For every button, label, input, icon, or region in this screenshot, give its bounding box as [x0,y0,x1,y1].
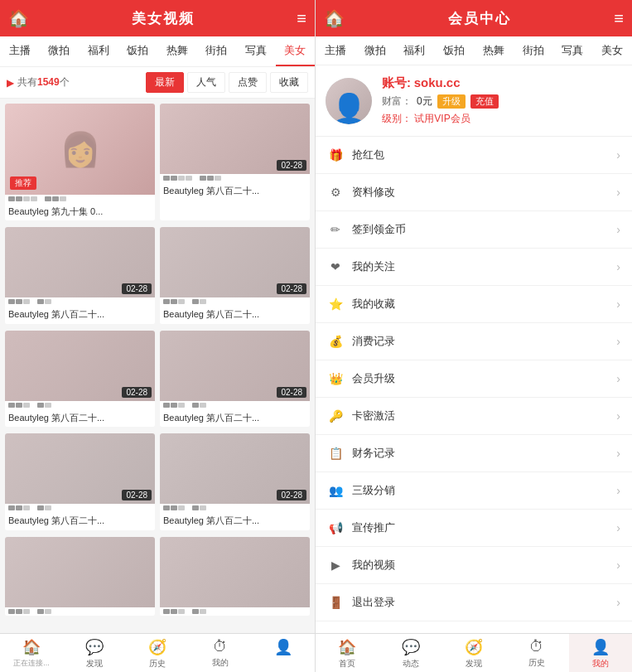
video-thumb-8: 02-28 [160,433,310,504]
account-value: soku.cc [414,75,461,89]
video-card-10[interactable] [160,537,310,616]
left-bottom-nav: 🏠 正在连接... 💬 发现 🧭 历史 ⏱ 我的 👤 [0,633,315,672]
left-menu-icon[interactable]: ≡ [297,9,306,28]
left-header: 🏠 美女视频 ≡ [0,0,315,36]
menu-item-myvideo[interactable]: ▶ 我的视频 › [316,547,632,584]
menu-item-cdkey[interactable]: 🔑 卡密激活 › [316,398,632,435]
video-card-8[interactable]: 02-28 Beautyleg 第八百二十... [160,433,310,529]
vip-icon: 👑 [327,372,344,385]
left-home-icon[interactable]: 🏠 [8,8,29,28]
right-nav-rewu[interactable]: 热舞 [474,36,514,65]
bottom-nav-history[interactable]: 🧭 历史 [126,634,189,672]
right-nav: 主播 微拍 福利 饭拍 热舞 街拍 写真 美女 [316,36,632,65]
video-row-3: 02-28 Beautyleg 第八百二十... 02-28 Beautyleg… [5,331,310,427]
right-nav-meinv[interactable]: 美女 [592,36,632,65]
video-stats-2 [160,174,310,182]
video-card-1[interactable]: 👩 推荐 Beautyleg 第九十集 0... [5,104,155,220]
right-nav-jiepai[interactable]: 街拍 [514,36,553,65]
account-label: 账号: [382,75,411,89]
consume-icon: 💰 [327,335,344,348]
video-date-5: 02-28 [122,387,152,398]
logout-icon: 🚪 [327,596,344,609]
right-bottom-history[interactable]: ⏱ 历史 [505,634,568,672]
right-nav-fuli[interactable]: 福利 [395,36,435,65]
video-date-8: 02-28 [277,490,306,500]
chat-icon: 💬 [85,638,104,656]
menu-item-profile[interactable]: ⚙ 资料修改 › [316,174,632,211]
nav-item-fanpai[interactable]: 饭拍 [118,36,158,66]
bottom-nav-discover[interactable]: 💬 发现 [63,634,126,672]
menu-item-promo[interactable]: 📢 宣传推广 › [316,510,632,547]
left-title: 美女视频 [132,9,195,28]
video-thumb-4: 02-28 [160,227,310,297]
filter-btn-popular[interactable]: 人气 [187,72,225,93]
filter-btn-collect[interactable]: 收藏 [270,72,308,93]
menu-item-finance[interactable]: 📋 财务记录 › [316,435,632,472]
video-title-1: Beautyleg 第九十集 0... [5,203,155,220]
home-icon: 🏠 [22,638,41,656]
right-bottom-me[interactable]: 👤 我的 [569,634,632,672]
level-value: 试用VIP会员 [414,113,470,124]
right-bottom-dynamic[interactable]: 💬 动态 [379,634,441,672]
video-title-3: Beautyleg 第八百二十... [5,306,155,323]
video-grid: 👩 推荐 Beautyleg 第九十集 0... 02-28 [0,99,315,633]
menu-label-logout: 退出登录 [352,595,616,610]
filter-btn-likes[interactable]: 点赞 [229,72,267,93]
video-date-6: 02-28 [277,387,306,398]
discover-label: 发现 [86,658,103,670]
video-card-7[interactable]: 02-28 Beautyleg 第八百二十... [5,433,155,529]
nav-item-jiepai[interactable]: 街拍 [197,36,237,66]
menu-list: 🎁 抢红包 › ⚙ 资料修改 › ✏ 签到领金币 › ❤ 我的关注 › ⭐ 我的… [316,137,632,633]
video-card-5[interactable]: 02-28 Beautyleg 第八百二十... [5,331,155,427]
right-history-label: 历史 [528,657,545,669]
video-title-8: Beautyleg 第八百二十... [160,512,310,529]
video-card-4[interactable]: 02-28 Beautyleg 第八百二十... [160,227,310,323]
nav-item-xiezhen[interactable]: 写真 [236,36,276,66]
user-info: 账号: soku.cc 财富： 0元 升级 充值 级别： 试用VIP会员 [382,75,622,126]
menu-label-signin: 签到领金币 [352,222,616,237]
video-date-2: 02-28 [277,160,306,171]
menu-item-collect[interactable]: ⭐ 我的收藏 › [316,286,632,323]
nav-item-rewu[interactable]: 热舞 [157,36,197,66]
arrow-icon-5: › [616,335,620,348]
filter-btn-newest[interactable]: 最新 [146,72,184,93]
right-me-icon: 👤 [591,638,610,656]
recharge-button[interactable]: 充值 [470,94,499,109]
video-card-9[interactable] [5,537,155,616]
right-home-nav-icon: 🏠 [338,638,356,656]
nav-item-weipai[interactable]: 微拍 [40,36,80,66]
right-bottom-home[interactable]: 🏠 首页 [316,634,379,672]
right-nav-xiezhen[interactable]: 写真 [553,36,593,65]
menu-item-distribute[interactable]: 👥 三级分销 › [316,472,632,510]
bottom-nav-time[interactable]: ⏱ 我的 [189,634,252,672]
arrow-icon-6: › [616,372,620,385]
menu-item-hongbao[interactable]: 🎁 抢红包 › [316,137,632,174]
right-bottom-discover[interactable]: 🧭 发现 [442,634,505,672]
right-home-icon[interactable]: 🏠 [324,8,345,28]
menu-item-vip[interactable]: 👑 会员升级 › [316,360,632,398]
menu-item-logout[interactable]: 🚪 退出登录 › [316,584,632,621]
video-thumb-10 [160,537,310,607]
menu-label-vip: 会员升级 [352,371,616,386]
menu-item-consume[interactable]: 💰 消费记录 › [316,323,632,360]
right-menu-icon[interactable]: ≡ [614,9,624,28]
right-nav-weipai[interactable]: 微拍 [355,36,395,65]
right-nav-fanpai[interactable]: 饭拍 [434,36,474,65]
video-card-3[interactable]: 02-28 Beautyleg 第八百二十... [5,227,155,323]
nav-item-fuli[interactable]: 福利 [79,36,118,66]
video-thumb-6: 02-28 [160,331,310,401]
upgrade-button[interactable]: 升级 [437,94,466,109]
profile-icon: ⚙ [327,186,344,199]
nav-item-meinv[interactable]: 美女 [276,36,316,66]
bottom-nav-me[interactable]: 👤 [252,634,315,672]
menu-item-signin[interactable]: ✏ 签到领金币 › [316,211,632,249]
arrow-icon-8: › [616,447,620,460]
nav-item-zhubo[interactable]: 主播 [0,36,40,66]
video-card-2[interactable]: 02-28 Beautyleg 第八百二十... [160,104,310,220]
bottom-nav-home[interactable]: 🏠 正在连接... [0,634,63,672]
menu-item-follow[interactable]: ❤ 我的关注 › [316,249,632,286]
video-title-2: Beautyleg 第八百二十... [160,182,310,200]
right-nav-zhubo[interactable]: 主播 [316,36,355,65]
compass-icon: 🧭 [148,638,166,656]
video-card-6[interactable]: 02-28 Beautyleg 第八百二十... [160,331,310,427]
